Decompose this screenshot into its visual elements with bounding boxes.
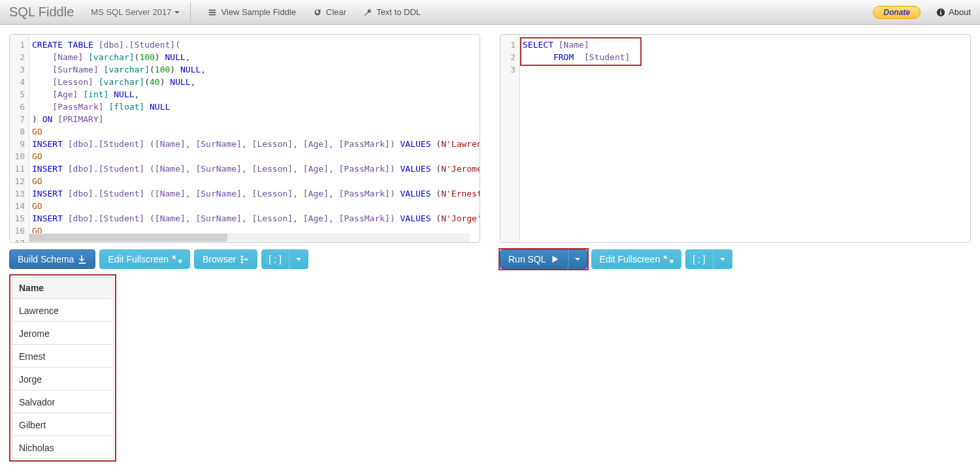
svg-rect-10 xyxy=(241,262,244,264)
nav-link-label: View Sample Fiddle xyxy=(221,7,296,17)
donate-button[interactable]: Donate xyxy=(873,6,921,19)
query-code[interactable]: SELECT [Name] FROM [Student] xyxy=(520,35,970,233)
schema-hscroll[interactable] xyxy=(29,233,470,242)
table-row: Lawrence xyxy=(12,300,114,322)
nav-link-label: Clear xyxy=(326,7,346,17)
svg-rect-3 xyxy=(209,12,216,13)
about-link[interactable]: About xyxy=(936,7,971,17)
schema-panel: 1234567891011121314151617 CREATE TABLE [… xyxy=(9,34,480,269)
query-terminator-caret[interactable] xyxy=(713,249,732,269)
table-row: Jorge xyxy=(12,369,114,390)
button-label: Build Schema xyxy=(18,254,74,264)
table-row: Jerome xyxy=(12,323,114,345)
run-sql-button[interactable]: Run SQL xyxy=(500,249,568,269)
db-engine-dropdown[interactable]: MS SQL Server 2017 xyxy=(91,7,180,17)
results-area: Name LawrenceJeromeErnestJorgeSalvadorGi… xyxy=(0,274,980,471)
svg-point-7 xyxy=(940,10,941,11)
nav-link-label: About xyxy=(949,7,971,17)
button-label: Browser xyxy=(203,254,236,264)
cell-name: Lawrence xyxy=(12,300,114,322)
text-to-ddl-link[interactable]: Text to DDL xyxy=(357,0,427,24)
run-sql-group: Run SQL xyxy=(500,249,587,269)
schema-terminator-button[interactable]: [ ; ] xyxy=(261,249,288,269)
schema-gutter: 1234567891011121314151617 xyxy=(10,35,29,242)
table-row: Salvador xyxy=(12,392,114,413)
build-schema-button[interactable]: Build Schema xyxy=(9,249,95,269)
table-row: Gilbert xyxy=(12,415,114,436)
table-row: Ernest xyxy=(12,346,114,368)
svg-rect-8 xyxy=(241,256,244,258)
schema-code[interactable]: CREATE TABLE [dbo].[Student]( [Name] [va… xyxy=(29,35,480,233)
brand[interactable]: SQL Fiddle xyxy=(9,5,80,20)
cell-name: Jorge xyxy=(12,369,114,390)
button-label: [ ; ] xyxy=(693,254,705,264)
button-label: Run SQL xyxy=(508,254,546,264)
query-button-row: Run SQL Edit Fullscreen [ ; ] xyxy=(500,249,971,269)
query-editor[interactable]: 123 SELECT [Name] FROM [Student] xyxy=(500,34,971,243)
table-row: Nicholas xyxy=(12,437,114,459)
button-label: [ ; ] xyxy=(269,254,281,264)
svg-rect-2 xyxy=(209,9,216,10)
divider xyxy=(190,3,191,22)
caret-down-icon xyxy=(720,258,725,261)
download-icon xyxy=(78,255,87,264)
query-terminator-group: [ ; ] xyxy=(685,249,732,269)
fullscreen-icon xyxy=(172,255,182,264)
schema-editor[interactable]: 1234567891011121314151617 CREATE TABLE [… xyxy=(9,34,480,243)
cell-name: Nicholas xyxy=(12,437,114,459)
results-table: Name LawrenceJeromeErnestJorgeSalvadorGi… xyxy=(9,274,116,462)
caret-down-icon xyxy=(174,11,180,14)
schema-terminator-caret[interactable] xyxy=(289,249,308,269)
schema-edit-fullscreen-button[interactable]: Edit Fullscreen xyxy=(99,249,190,269)
caret-down-icon xyxy=(296,258,301,261)
scroll-thumb[interactable] xyxy=(29,234,227,242)
refresh-icon xyxy=(313,8,322,17)
button-label: Edit Fullscreen xyxy=(108,254,169,264)
query-gutter: 123 xyxy=(500,35,520,242)
query-panel: 123 SELECT [Name] FROM [Student] Run SQL… xyxy=(500,34,971,269)
brand-text: SQL Fiddle xyxy=(9,5,74,20)
query-terminator-button[interactable]: [ ; ] xyxy=(685,249,712,269)
browser-button[interactable]: Browser xyxy=(194,249,257,269)
schema-terminator-group: [ ; ] xyxy=(261,249,308,269)
svg-rect-11 xyxy=(244,259,248,261)
cell-name: Salvador xyxy=(12,392,114,413)
fullscreen-icon xyxy=(664,255,673,264)
tree-icon xyxy=(240,255,249,264)
results-header: Name xyxy=(12,277,114,299)
nav-link-label: Text to DDL xyxy=(376,7,421,17)
wrench-icon xyxy=(363,8,372,17)
svg-rect-9 xyxy=(241,259,244,261)
editor-panels: 1234567891011121314151617 CREATE TABLE [… xyxy=(0,25,980,274)
svg-rect-6 xyxy=(940,12,941,14)
view-sample-fiddle-link[interactable]: View Sample Fiddle xyxy=(201,0,302,24)
svg-rect-4 xyxy=(209,14,216,15)
db-engine-label: MS SQL Server 2017 xyxy=(91,7,171,17)
cell-name: Ernest xyxy=(12,346,114,368)
cell-name: Gilbert xyxy=(12,415,114,436)
run-sql-caret[interactable] xyxy=(568,249,587,269)
button-label: Edit Fullscreen xyxy=(600,254,661,264)
caret-down-icon xyxy=(575,258,580,261)
list-icon xyxy=(208,8,217,17)
info-icon xyxy=(936,8,945,17)
clear-link[interactable]: Clear xyxy=(306,0,353,24)
play-icon xyxy=(550,255,559,264)
query-edit-fullscreen-button[interactable]: Edit Fullscreen xyxy=(591,249,682,269)
cell-name: Jerome xyxy=(12,323,114,345)
top-navbar: SQL Fiddle MS SQL Server 2017 View Sampl… xyxy=(0,0,980,25)
schema-button-row: Build Schema Edit Fullscreen Browser [ ;… xyxy=(9,249,480,269)
